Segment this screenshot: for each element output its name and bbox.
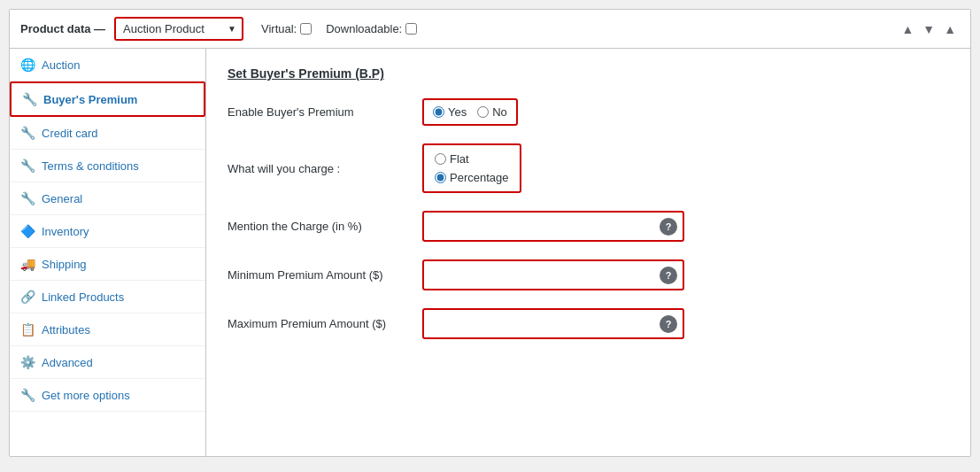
sidebar-item-get-more-label: Get more options [42,389,130,402]
main-content: Set Buyer's Premium (B.P) Enable Buyer's… [206,49,970,456]
enable-no-radio[interactable] [477,106,489,118]
dropdown-arrow-icon: ▼ [228,24,242,34]
product-type-select[interactable]: Auction Product Simple product Variable … [116,19,228,39]
product-data-label: Product data — [20,22,105,35]
collapse-toggle-button[interactable]: ▲ [940,20,960,38]
shipping-icon: 🚚 [20,257,35,271]
wrench-icon-buyers: 🔧 [22,92,36,106]
collapse-up-button[interactable]: ▲ [898,20,917,38]
sidebar-item-attributes-label: Attributes [42,323,90,337]
charge-type-row: What will you charge : Flat Percentage [228,143,949,193]
section-title: Set Buyer's Premium (B.P) [228,66,949,81]
sidebar-item-auction[interactable]: 🌐 Auction [10,49,205,81]
sidebar-item-general[interactable]: 🔧 General [10,182,205,215]
min-premium-field: ? [422,259,684,290]
sidebar-item-shipping[interactable]: 🚚 Shipping [10,248,205,281]
virtual-label[interactable]: Virtual: [261,22,312,35]
charge-percentage-radio[interactable] [435,172,446,183]
gear-icon: ⚙️ [20,355,35,369]
enable-yes-option[interactable]: Yes [433,105,467,119]
enable-radio-group: Yes No [422,98,518,126]
sidebar-item-shipping-label: Shipping [42,258,87,271]
min-premium-label: Minimum Premium Amount ($) [228,268,422,282]
product-data-container: Product data — Auction Product Simple pr… [9,9,971,457]
charge-type-label: What will you charge : [228,162,422,175]
sidebar-item-auction-label: Auction [42,58,80,72]
downloadable-label[interactable]: Downloadable: [326,22,417,35]
max-premium-field: ? [422,308,684,339]
charge-flat-option[interactable]: Flat [435,152,509,166]
mention-charge-help-icon[interactable]: ? [660,218,677,236]
min-premium-input[interactable] [426,263,656,287]
max-premium-help-icon[interactable]: ? [660,315,677,333]
sidebar-item-buyers-premium[interactable]: 🔧 Buyer's Premium [10,81,205,117]
sidebar-item-buyers-premium-label: Buyer's Premium [43,93,137,106]
mention-charge-label: Mention the Charge (in %) [228,220,422,233]
sidebar-item-linked-products-label: Linked Products [42,290,124,304]
sidebar-item-credit-card-label: Credit card [42,127,98,140]
virtual-downloadable-group: Virtual: Downloadable: [261,22,417,35]
min-premium-row: Minimum Premium Amount ($) ? [228,259,949,290]
wrench-icon-general: 🔧 [20,191,35,205]
max-premium-row: Maximum Premium Amount ($) ? [228,308,949,339]
link-icon: 🔗 [20,290,35,304]
max-premium-input[interactable] [426,312,656,336]
enable-buyers-premium-row: Enable Buyer's Premium Yes No [228,98,949,126]
sidebar-item-credit-card[interactable]: 🔧 Credit card [10,117,205,150]
sidebar-item-terms[interactable]: 🔧 Terms & conditions [10,150,205,182]
enable-buyers-premium-label: Enable Buyer's Premium [228,105,422,119]
charge-percentage-option[interactable]: Percentage [435,171,509,184]
mention-charge-row: Mention the Charge (in %) ? [228,211,949,242]
sidebar-item-inventory-label: Inventory [42,225,89,238]
wrench-icon-credit: 🔧 [20,126,35,140]
downloadable-checkbox[interactable] [405,23,417,35]
virtual-checkbox[interactable] [300,23,312,35]
product-type-select-wrapper[interactable]: Auction Product Simple product Variable … [114,17,243,41]
max-premium-input-wrapper: ? [422,308,684,339]
min-premium-input-wrapper: ? [422,259,684,290]
product-data-body: 🌐 Auction 🔧 Buyer's Premium 🔧 Credit car… [10,49,970,456]
product-data-header: Product data — Auction Product Simple pr… [10,10,970,49]
sidebar-item-advanced-label: Advanced [42,356,93,369]
sidebar-item-terms-label: Terms & conditions [42,159,139,173]
max-premium-label: Maximum Premium Amount ($) [228,317,422,330]
charge-type-field: Flat Percentage [422,143,521,193]
mention-charge-field: ? [422,211,684,242]
collapse-down-button[interactable]: ▼ [919,20,938,38]
header-arrows: ▲ ▼ ▲ [898,20,960,38]
wrench-icon-more: 🔧 [20,388,35,402]
globe-icon: 🌐 [20,58,35,72]
sidebar-item-general-label: General [42,192,82,205]
mention-charge-input-wrapper: ? [422,211,684,242]
sidebar-item-linked-products[interactable]: 🔗 Linked Products [10,281,205,313]
enable-yes-radio[interactable] [433,106,444,118]
inventory-icon: 🔷 [20,224,35,238]
sidebar-item-get-more[interactable]: 🔧 Get more options [10,379,205,412]
sidebar-item-inventory[interactable]: 🔷 Inventory [10,215,205,248]
mention-charge-input[interactable] [426,214,656,238]
sidebar-item-attributes[interactable]: 📋 Attributes [10,313,205,346]
sidebar: 🌐 Auction 🔧 Buyer's Premium 🔧 Credit car… [10,49,206,456]
charge-radio-group: Flat Percentage [422,143,521,193]
attributes-icon: 📋 [20,322,35,337]
wrench-icon-terms: 🔧 [20,159,35,173]
sidebar-item-advanced[interactable]: ⚙️ Advanced [10,346,205,379]
charge-flat-radio[interactable] [435,153,446,165]
enable-no-option[interactable]: No [477,105,507,119]
min-premium-help-icon[interactable]: ? [660,267,677,284]
enable-buyers-premium-field: Yes No [422,98,518,126]
